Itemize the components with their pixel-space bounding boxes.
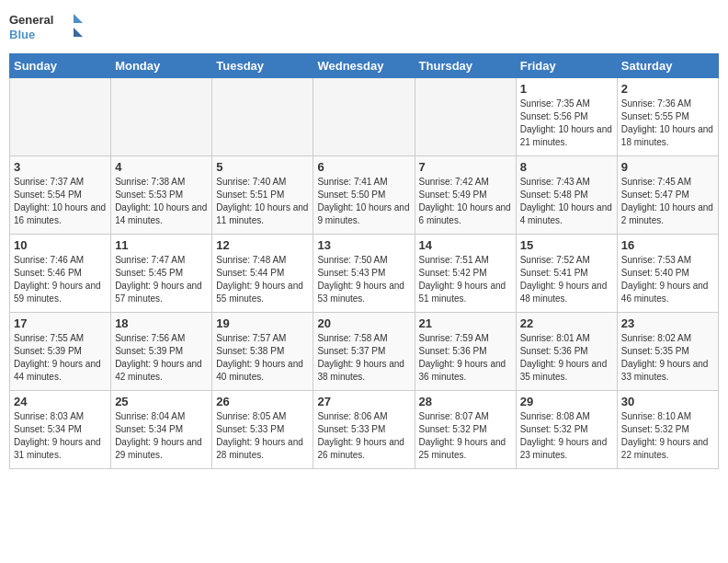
calendar-cell: 4Sunrise: 7:38 AM Sunset: 5:53 PM Daylig…: [111, 156, 212, 235]
day-header-friday: Friday: [516, 54, 617, 78]
calendar-cell: 30Sunrise: 8:10 AM Sunset: 5:32 PM Dayli…: [617, 391, 718, 469]
day-number: 29: [520, 395, 613, 408]
logo: General Blue: [9, 9, 83, 46]
day-number: 4: [115, 160, 208, 174]
day-info: Sunrise: 7:59 AM Sunset: 5:36 PM Dayligh…: [419, 332, 512, 384]
day-number: 16: [621, 238, 714, 252]
week-row-3: 10Sunrise: 7:46 AM Sunset: 5:46 PM Dayli…: [10, 235, 719, 313]
day-info: Sunrise: 7:51 AM Sunset: 5:42 PM Dayligh…: [419, 254, 512, 305]
day-number: 25: [115, 395, 208, 408]
day-number: 15: [520, 238, 613, 252]
day-info: Sunrise: 7:50 AM Sunset: 5:43 PM Dayligh…: [317, 254, 410, 305]
day-number: 21: [419, 316, 512, 330]
calendar-cell: 17Sunrise: 7:55 AM Sunset: 5:39 PM Dayli…: [10, 313, 111, 391]
page-header: General Blue: [9, 9, 719, 46]
day-number: 19: [216, 316, 309, 330]
day-number: 3: [14, 160, 107, 174]
calendar-cell: [313, 78, 415, 156]
day-number: 26: [216, 395, 309, 408]
calendar-cell: 18Sunrise: 7:56 AM Sunset: 5:39 PM Dayli…: [111, 313, 212, 391]
day-info: Sunrise: 8:01 AM Sunset: 5:36 PM Dayligh…: [520, 332, 613, 384]
calendar-cell: [10, 78, 111, 156]
calendar-cell: 23Sunrise: 8:02 AM Sunset: 5:35 PM Dayli…: [617, 313, 718, 391]
day-info: Sunrise: 8:06 AM Sunset: 5:33 PM Dayligh…: [317, 410, 410, 462]
day-number: 18: [115, 316, 208, 330]
calendar-cell: 24Sunrise: 8:03 AM Sunset: 5:34 PM Dayli…: [10, 391, 111, 469]
day-info: Sunrise: 7:36 AM Sunset: 5:55 PM Dayligh…: [621, 98, 714, 149]
calendar-cell: 15Sunrise: 7:52 AM Sunset: 5:41 PM Dayli…: [516, 235, 617, 313]
calendar-cell: 29Sunrise: 8:08 AM Sunset: 5:32 PM Dayli…: [516, 391, 617, 469]
day-number: 22: [520, 316, 613, 330]
day-number: 28: [419, 395, 512, 408]
calendar-cell: 19Sunrise: 7:57 AM Sunset: 5:38 PM Dayli…: [212, 313, 313, 391]
day-number: 8: [520, 160, 613, 174]
day-number: 27: [317, 395, 410, 408]
day-info: Sunrise: 8:08 AM Sunset: 5:32 PM Dayligh…: [520, 410, 613, 462]
day-info: Sunrise: 7:45 AM Sunset: 5:47 PM Dayligh…: [621, 176, 714, 227]
day-info: Sunrise: 7:57 AM Sunset: 5:38 PM Dayligh…: [216, 332, 309, 384]
calendar-cell: 12Sunrise: 7:48 AM Sunset: 5:44 PM Dayli…: [212, 235, 313, 313]
day-number: 23: [621, 316, 714, 330]
calendar-cell: 1Sunrise: 7:35 AM Sunset: 5:56 PM Daylig…: [516, 78, 617, 156]
day-number: 10: [14, 238, 107, 252]
day-header-saturday: Saturday: [617, 54, 718, 78]
day-number: 5: [216, 160, 309, 174]
day-number: 2: [621, 82, 714, 96]
calendar-cell: [111, 78, 212, 156]
calendar-cell: 10Sunrise: 7:46 AM Sunset: 5:46 PM Dayli…: [10, 235, 111, 313]
day-number: 9: [621, 160, 714, 174]
day-info: Sunrise: 7:43 AM Sunset: 5:48 PM Dayligh…: [520, 176, 613, 227]
day-info: Sunrise: 8:05 AM Sunset: 5:33 PM Dayligh…: [216, 410, 309, 462]
day-number: 11: [115, 238, 208, 252]
week-row-2: 3Sunrise: 7:37 AM Sunset: 5:54 PM Daylig…: [10, 156, 719, 235]
day-info: Sunrise: 7:56 AM Sunset: 5:39 PM Dayligh…: [115, 332, 208, 384]
calendar-cell: 28Sunrise: 8:07 AM Sunset: 5:32 PM Dayli…: [415, 391, 516, 469]
calendar-cell: 8Sunrise: 7:43 AM Sunset: 5:48 PM Daylig…: [516, 156, 617, 235]
day-info: Sunrise: 7:38 AM Sunset: 5:53 PM Dayligh…: [115, 176, 208, 227]
day-info: Sunrise: 7:47 AM Sunset: 5:45 PM Dayligh…: [115, 254, 208, 305]
day-number: 14: [419, 238, 512, 252]
day-info: Sunrise: 7:52 AM Sunset: 5:41 PM Dayligh…: [520, 254, 613, 305]
day-info: Sunrise: 7:41 AM Sunset: 5:50 PM Dayligh…: [317, 176, 410, 227]
day-info: Sunrise: 8:07 AM Sunset: 5:32 PM Dayligh…: [419, 410, 512, 462]
svg-text:Blue: Blue: [9, 28, 35, 41]
logo-svg: General Blue: [9, 9, 83, 46]
calendar-cell: 13Sunrise: 7:50 AM Sunset: 5:43 PM Dayli…: [313, 235, 415, 313]
day-info: Sunrise: 7:35 AM Sunset: 5:56 PM Dayligh…: [520, 98, 613, 149]
calendar-cell: 2Sunrise: 7:36 AM Sunset: 5:55 PM Daylig…: [617, 78, 718, 156]
calendar-table: SundayMondayTuesdayWednesdayThursdayFrid…: [9, 53, 719, 469]
calendar-cell: 26Sunrise: 8:05 AM Sunset: 5:33 PM Dayli…: [212, 391, 313, 469]
day-header-thursday: Thursday: [415, 54, 516, 78]
calendar-cell: 5Sunrise: 7:40 AM Sunset: 5:51 PM Daylig…: [212, 156, 313, 235]
day-header-tuesday: Tuesday: [212, 54, 313, 78]
week-row-4: 17Sunrise: 7:55 AM Sunset: 5:39 PM Dayli…: [10, 313, 719, 391]
day-header-wednesday: Wednesday: [313, 54, 415, 78]
calendar-cell: 6Sunrise: 7:41 AM Sunset: 5:50 PM Daylig…: [313, 156, 415, 235]
day-info: Sunrise: 7:55 AM Sunset: 5:39 PM Dayligh…: [14, 332, 107, 384]
week-row-5: 24Sunrise: 8:03 AM Sunset: 5:34 PM Dayli…: [10, 391, 719, 469]
calendar-cell: 21Sunrise: 7:59 AM Sunset: 5:36 PM Dayli…: [415, 313, 516, 391]
svg-text:General: General: [9, 13, 53, 27]
calendar-cell: 3Sunrise: 7:37 AM Sunset: 5:54 PM Daylig…: [10, 156, 111, 235]
day-info: Sunrise: 7:53 AM Sunset: 5:40 PM Dayligh…: [621, 254, 714, 305]
day-info: Sunrise: 7:37 AM Sunset: 5:54 PM Dayligh…: [14, 176, 107, 227]
calendar-cell: 7Sunrise: 7:42 AM Sunset: 5:49 PM Daylig…: [415, 156, 516, 235]
day-number: 30: [621, 395, 714, 408]
day-number: 6: [317, 160, 410, 174]
calendar-cell: 16Sunrise: 7:53 AM Sunset: 5:40 PM Dayli…: [617, 235, 718, 313]
day-number: 24: [14, 395, 107, 408]
calendar-cell: 9Sunrise: 7:45 AM Sunset: 5:47 PM Daylig…: [617, 156, 718, 235]
calendar-cell: 14Sunrise: 7:51 AM Sunset: 5:42 PM Dayli…: [415, 235, 516, 313]
calendar-cell: 27Sunrise: 8:06 AM Sunset: 5:33 PM Dayli…: [313, 391, 415, 469]
day-info: Sunrise: 7:42 AM Sunset: 5:49 PM Dayligh…: [419, 176, 512, 227]
calendar-cell: [415, 78, 516, 156]
day-info: Sunrise: 8:03 AM Sunset: 5:34 PM Dayligh…: [14, 410, 107, 462]
day-number: 17: [14, 316, 107, 330]
calendar-cell: [212, 78, 313, 156]
day-info: Sunrise: 7:40 AM Sunset: 5:51 PM Dayligh…: [216, 176, 309, 227]
calendar-cell: 22Sunrise: 8:01 AM Sunset: 5:36 PM Dayli…: [516, 313, 617, 391]
week-row-1: 1Sunrise: 7:35 AM Sunset: 5:56 PM Daylig…: [10, 78, 719, 156]
day-info: Sunrise: 8:10 AM Sunset: 5:32 PM Dayligh…: [621, 410, 714, 462]
day-header-monday: Monday: [111, 54, 212, 78]
svg-marker-3: [74, 28, 83, 37]
